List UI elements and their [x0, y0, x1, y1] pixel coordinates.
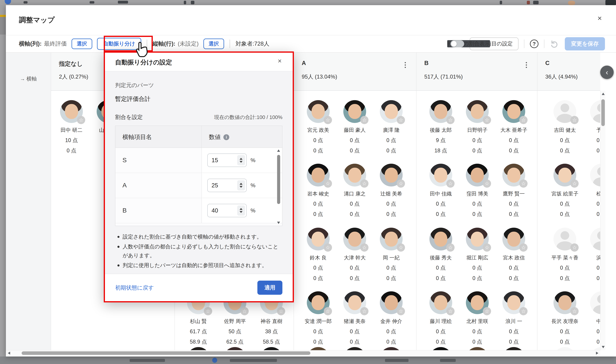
- person-card[interactable]: ☆辻畑 美希0 点0 点: [373, 164, 409, 218]
- person-card[interactable]: ☆浜崎0 点0 点: [583, 228, 600, 282]
- v-axis-select-button[interactable]: 選択: [203, 39, 224, 49]
- star-icon[interactable]: ☆: [397, 243, 405, 252]
- star-icon[interactable]: ☆: [324, 243, 332, 252]
- person-card[interactable]: ☆金井 伸介0 点0 点: [373, 291, 409, 345]
- person-card[interactable]: ☆予算0 点0 点: [583, 100, 600, 154]
- star-icon[interactable]: ☆: [483, 243, 491, 252]
- horizontal-scrollbar-thumb[interactable]: [22, 351, 310, 355]
- scroll-right-icon[interactable]: [596, 352, 598, 355]
- person-card[interactable]: ☆猪瀬 美奈0 点0 点: [337, 291, 373, 345]
- row-ratio-toggle[interactable]: [450, 40, 464, 47]
- person-card[interactable]: ☆長沢 友理奈0 点0 点: [547, 291, 583, 345]
- star-icon[interactable]: ☆: [77, 116, 85, 124]
- person-card[interactable]: ☆大木 亜希子0 点0 点: [496, 100, 532, 154]
- star-icon[interactable]: ☆: [397, 307, 405, 315]
- person-card[interactable]: ☆吉田 健太0 点0 点: [547, 100, 583, 154]
- star-icon[interactable]: ☆: [241, 307, 249, 315]
- scroll-down-icon[interactable]: [277, 222, 280, 224]
- person-card[interactable]: ☆中川0 点0 点: [583, 291, 600, 345]
- person-card[interactable]: ☆溝口 康之0 点0 点: [337, 164, 373, 218]
- person-card[interactable]: [583, 347, 600, 350]
- star-icon[interactable]: ☆: [204, 307, 212, 315]
- collapse-panel-button[interactable]: ‹: [600, 65, 614, 79]
- spinner-icon[interactable]: [237, 206, 245, 216]
- star-icon[interactable]: ☆: [397, 116, 405, 124]
- dialog-close-icon[interactable]: ×: [278, 58, 282, 64]
- person-card[interactable]: ☆堀江 剛広0 点0 点: [459, 228, 495, 282]
- star-icon[interactable]: ☆: [570, 116, 579, 124]
- star-icon[interactable]: ☆: [570, 180, 579, 188]
- person-card[interactable]: [496, 347, 532, 350]
- spinner-icon[interactable]: [237, 180, 245, 190]
- star-icon[interactable]: ☆: [360, 243, 368, 252]
- star-icon[interactable]: ☆: [519, 243, 528, 252]
- person-card[interactable]: [217, 347, 253, 350]
- star-icon[interactable]: ☆: [446, 307, 455, 315]
- person-card[interactable]: ☆鷹野 賢一0 点0 点: [496, 164, 532, 218]
- person-card[interactable]: ☆宮元 政美0 点0 点: [300, 100, 336, 154]
- person-card[interactable]: [547, 347, 583, 350]
- star-icon[interactable]: ☆: [570, 243, 579, 252]
- person-card[interactable]: [180, 347, 216, 350]
- star-icon[interactable]: ☆: [277, 307, 285, 315]
- person-card[interactable]: ☆廣澤 隆0 点0 点: [373, 100, 409, 154]
- star-icon[interactable]: ☆: [324, 180, 332, 188]
- kebab-menu-icon[interactable]: [526, 62, 527, 63]
- person-card[interactable]: ☆日野明子0 点0 点: [459, 100, 495, 154]
- person-card[interactable]: ☆岩本 峻史0 点0 点: [300, 164, 336, 218]
- table-scrollbar-thumb[interactable]: [277, 155, 280, 204]
- person-card[interactable]: ☆大津 幹大0 点0 点: [337, 228, 373, 282]
- person-card[interactable]: ☆岡 一紀0 点0 点: [373, 228, 409, 282]
- person-card[interactable]: [423, 347, 459, 350]
- person-card[interactable]: ☆藤田 豪人0 点0 点: [337, 100, 373, 154]
- person-card[interactable]: [300, 347, 336, 350]
- scroll-up-icon[interactable]: [277, 149, 280, 152]
- table-scrollbar[interactable]: [277, 149, 281, 224]
- horizontal-scrollbar[interactable]: [6, 350, 600, 355]
- person-card[interactable]: [373, 347, 409, 350]
- help-icon[interactable]: ?: [530, 39, 539, 48]
- kebab-menu-icon[interactable]: [405, 62, 406, 63]
- person-card[interactable]: ☆浪川 一0 点0 点: [496, 291, 532, 345]
- star-icon[interactable]: ☆: [397, 180, 405, 188]
- star-icon[interactable]: ☆: [360, 116, 368, 124]
- scroll-down-icon[interactable]: [602, 346, 605, 348]
- reset-link[interactable]: 初期状態に戻す: [115, 284, 154, 291]
- person-card[interactable]: [459, 347, 495, 350]
- person-card[interactable]: ☆窪田 博美0 点0 点: [459, 164, 495, 218]
- star-icon[interactable]: ☆: [483, 307, 491, 315]
- person-card[interactable]: [337, 347, 373, 350]
- person-card[interactable]: ☆宮木 政信0 点0 点: [496, 228, 532, 282]
- apply-button[interactable]: 適用: [257, 281, 282, 295]
- star-icon[interactable]: ☆: [446, 180, 455, 188]
- scroll-left-icon[interactable]: [8, 352, 10, 355]
- star-icon[interactable]: ☆: [519, 307, 528, 315]
- person-card[interactable]: ☆安達 潤一郎0 点0 点: [300, 291, 336, 345]
- star-icon[interactable]: ☆: [519, 180, 528, 188]
- vertical-scrollbar-thumb[interactable]: [601, 99, 605, 126]
- person-card[interactable]: ☆田中 研二10 点0 点: [54, 100, 90, 154]
- person-card[interactable]: ☆後藤 太郎9 点18 点: [423, 100, 459, 154]
- star-icon[interactable]: ☆: [519, 116, 528, 124]
- undo-icon[interactable]: [550, 39, 559, 48]
- star-icon[interactable]: ☆: [360, 307, 368, 315]
- person-card[interactable]: ☆平手 菜々香0 点0 点: [547, 228, 583, 282]
- star-icon[interactable]: ☆: [324, 307, 332, 315]
- star-icon[interactable]: ☆: [324, 116, 332, 124]
- person-card[interactable]: ☆宮坂 絵里子0 点0 点: [547, 164, 583, 218]
- spinner-icon[interactable]: [237, 155, 245, 165]
- person-card[interactable]: ☆鈴木 良0 点0 点: [300, 228, 336, 282]
- info-icon[interactable]: i: [223, 134, 229, 140]
- star-icon[interactable]: ☆: [360, 180, 368, 188]
- person-card[interactable]: ☆北村 里咲0 点0 点: [459, 291, 495, 345]
- star-icon[interactable]: ☆: [570, 307, 579, 315]
- person-card[interactable]: ☆田中 佳織0 点0 点: [423, 164, 459, 218]
- vertical-scrollbar[interactable]: [600, 91, 605, 350]
- scroll-up-icon[interactable]: [602, 93, 605, 95]
- save-button[interactable]: 変更を保存: [565, 37, 605, 51]
- star-icon[interactable]: ☆: [483, 180, 491, 188]
- h-axis-select-button[interactable]: 選択: [71, 39, 92, 49]
- person-card[interactable]: ☆後藤 秀夫0 点0 点: [423, 228, 459, 282]
- close-icon[interactable]: ×: [597, 14, 602, 22]
- star-icon[interactable]: ☆: [446, 243, 455, 252]
